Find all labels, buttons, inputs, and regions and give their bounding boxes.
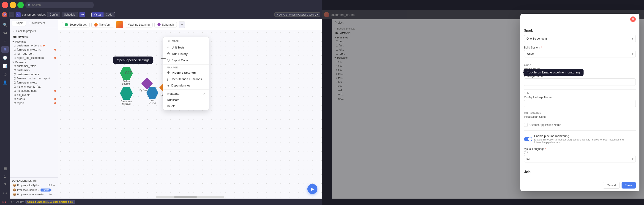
sidebar-icon-settings[interactable]: ⚙	[1, 173, 9, 180]
ml-button[interactable]: Machine Learning	[125, 22, 152, 27]
dataset-icon	[14, 77, 16, 80]
udf-icon: ƒ	[167, 77, 169, 81]
dataset-item-customer-totals[interactable]: customer_totals	[10, 64, 58, 68]
scrollbar-thumb[interactable]	[174, 196, 197, 198]
cancel-button[interactable]: Cancel	[603, 182, 620, 189]
subgraph-icon	[157, 23, 160, 26]
visual-view-button[interactable]: Visual	[92, 12, 104, 17]
commit-changes-button[interactable]: Commit Changes (106 uncommitted files)	[26, 200, 75, 204]
visual-language-select[interactable]: sql	[524, 155, 636, 163]
sidebar-icon-clock[interactable]: 🕐	[1, 54, 9, 61]
dataset-item-old-events[interactable]: old_events	[10, 93, 58, 97]
customers-label: Customers	[121, 100, 132, 103]
sidebar-icon-person[interactable]: 👤	[1, 79, 9, 86]
dataset-item-farmers-markets[interactable]: farmers-markets	[10, 81, 58, 85]
close-btn[interactable]	[2, 2, 8, 8]
back-to-projects-link[interactable]: ← Back to projects	[10, 28, 58, 34]
dataset-item-irs-zipcode[interactable]: irs-zipcode-data	[10, 89, 58, 93]
modal-close-button[interactable]: ✕	[630, 16, 636, 22]
pipeline-item-report-top-customers[interactable]: ⬡ report_top_customers	[10, 56, 58, 60]
edit-icon[interactable]: ✏	[53, 184, 55, 187]
customers-node[interactable]: Customers 100 rows	[120, 87, 133, 105]
dep-item-prophecylibs[interactable]: 📦 ProphecyLibsPython 19.9 ✏	[12, 183, 56, 188]
menu-item-run-history[interactable]: ⏱ Run History	[163, 51, 209, 57]
pipeline-item-join-agg-sort[interactable]: ⬡ join_agg_sort	[10, 52, 58, 56]
pipeline-item-customers-orders[interactable]: ⬡ customers_orders ⚠	[10, 43, 58, 48]
add-component-button[interactable]: +	[179, 21, 185, 28]
triangle-icon: ▼	[12, 40, 14, 43]
view-toggle: Visual Code	[92, 12, 115, 17]
hint-icon[interactable]: ?	[524, 151, 528, 154]
minimize-btn[interactable]	[10, 2, 16, 8]
menu-item-unit-tests[interactable]: ✓ Unit Tests	[163, 44, 209, 51]
job-data-sampling-toggle[interactable]	[524, 179, 532, 179]
environment-tab[interactable]: Environment	[27, 20, 48, 26]
maximize-btn[interactable]	[18, 2, 24, 8]
dataset-icon	[14, 65, 16, 67]
code-section-label: Code	[524, 61, 636, 67]
horizontal-scrollbar[interactable]	[156, 196, 224, 198]
enable-monitoring-toggle[interactable]	[524, 137, 532, 141]
sidebar-icon-more[interactable]: •••	[1, 190, 9, 197]
subgraph-button[interactable]: Subgraph	[154, 22, 177, 27]
dep-item-prophecywarehouse[interactable]: 📦 ProphecyWarehousePyt... 60... ›	[12, 192, 56, 197]
menu-item-delete[interactable]: Delete	[163, 103, 209, 109]
one-file-select[interactable]: One file per gem	[524, 35, 636, 42]
dataset-icon	[14, 98, 16, 100]
sidebar-icon-plus[interactable]: ＋	[1, 37, 9, 45]
dep-name: ProphecyWarehousePyt...	[17, 193, 46, 196]
code-view-button[interactable]: Code	[104, 12, 115, 17]
menu-item-dependencies[interactable]: ◈ Dependencies	[163, 82, 209, 89]
sidebar-icon-question[interactable]: ?	[1, 181, 9, 189]
source-target-button[interactable]: Source/Target	[62, 22, 90, 27]
menu-item-duplicate[interactable]: Duplicate	[163, 97, 209, 103]
config-package-input[interactable]	[524, 100, 636, 107]
pipeline-settings-modal: ✕ Spark One file per gem	[520, 14, 640, 191]
init-code-label: Initialization Code	[524, 115, 636, 119]
custom-app-name-checkbox[interactable]	[524, 123, 528, 127]
config-button[interactable]: Config	[47, 12, 60, 17]
dataset-item-customers[interactable]: customers	[10, 68, 58, 72]
browser-search-bar[interactable]: 🔍	[25, 2, 94, 8]
pipeline-name-text: join_agg_sort	[17, 52, 34, 55]
pipeline-item-farmers-markets-irs[interactable]: ⬡ farmers-markets-irs	[10, 48, 58, 52]
join-node[interactable]: Join 1K rows	[146, 87, 158, 104]
build-system-select[interactable]: Wheel	[524, 50, 636, 57]
menu-item-udf[interactable]: ƒ User-Defined Functions	[163, 76, 209, 82]
deps-header: DEPENDENCIES 3	[12, 179, 56, 182]
more-options-button[interactable]: •••	[80, 12, 85, 17]
custom-app-name-label: Custom Application Name	[530, 123, 561, 127]
sidebar-icon-chart[interactable]: 📊	[1, 62, 9, 70]
dependencies-icon: ◈	[167, 83, 170, 87]
dataset-item-report[interactable]: report	[10, 101, 58, 105]
package-name-input[interactable]	[524, 78, 636, 86]
save-button[interactable]: Save	[622, 182, 636, 189]
menu-item-shell[interactable]: 🖥 Shell	[163, 38, 209, 44]
sidebar-icon-table[interactable]: ▦	[1, 165, 9, 172]
project-tab[interactable]: Project	[12, 20, 26, 26]
enable-monitoring-label: Enable pipeline monitoring	[534, 134, 636, 138]
left-sidebar-icons: 🔍 🏷 ＋ ⊞ 🕐 📊 ◇ 👤 ▦ ⚙ ? •••	[0, 19, 10, 199]
pipeline-canvas[interactable]: Open Pipeline Settings	[58, 30, 322, 199]
collapse-btn[interactable]: ‹‹	[9, 12, 14, 17]
cluster-badge[interactable]: ✓ Anya's Personal Cluster 2 (dev... ▾	[274, 12, 320, 17]
browser-top-bar: 🔍	[0, 0, 322, 10]
dep-item-prophecyspark[interactable]: 📦 ProphecySparkBa... Update ›	[12, 188, 56, 192]
update-button[interactable]: Update	[40, 189, 50, 192]
sidebar-icon-tag[interactable]: 🏷	[1, 29, 9, 37]
run-button[interactable]: ▶	[307, 184, 318, 194]
dataset-item-farmers-market[interactable]: farmers_market_tax_report	[10, 76, 58, 81]
sidebar-icon-diamond[interactable]: ◇	[1, 70, 9, 78]
search-input[interactable]	[32, 3, 92, 7]
schedule-button[interactable]: Schedule	[62, 12, 78, 17]
sidebar-icon-grid[interactable]: ⊞	[1, 46, 9, 53]
menu-item-metadata[interactable]: Metadata ↗	[163, 91, 209, 97]
dataset-item-orders[interactable]: orders	[10, 97, 58, 101]
menu-item-pipeline-settings[interactable]: ⚙ Pipeline Settings	[163, 69, 209, 76]
package-name-section: Package Name	[524, 74, 636, 86]
dataset-item-historic-events[interactable]: historic_events_flat	[10, 85, 58, 89]
transform-button[interactable]: Transform	[92, 22, 114, 27]
menu-item-export-code[interactable]: ⬡ Export Code	[163, 57, 209, 63]
sidebar-icon-search[interactable]: 🔍	[1, 21, 9, 28]
dataset-item-customers-orders[interactable]: customers_orders	[10, 72, 58, 76]
